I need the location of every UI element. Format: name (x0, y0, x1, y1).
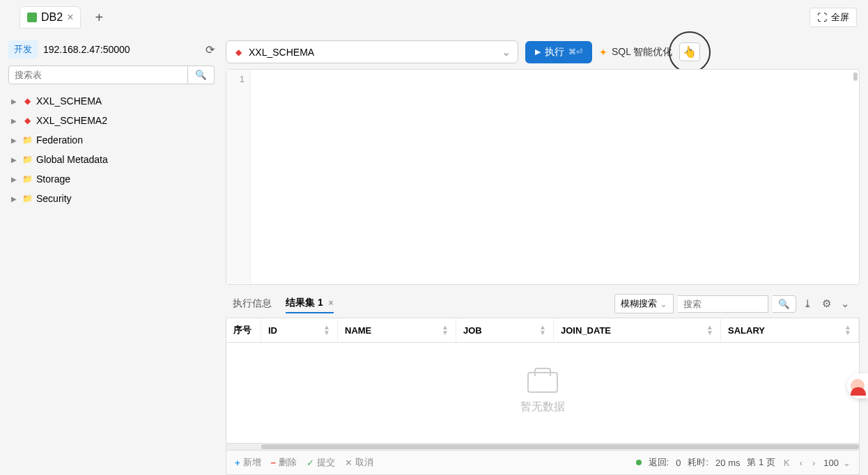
column-id[interactable]: ID▲▼ (261, 318, 338, 342)
delete-row-button[interactable]: −删除 (271, 456, 297, 469)
add-row-button[interactable]: +新增 (235, 456, 261, 469)
tree-item-global-metadata[interactable]: ▶ 📁 Global Metadata (8, 150, 215, 169)
tree-label: Global Metadata (36, 154, 108, 165)
time-label: 耗时: (688, 456, 708, 469)
prev-page-button[interactable]: ‹ (798, 458, 804, 468)
folder-icon: 📁 (22, 194, 32, 203)
page-label: 第 1 页 (747, 456, 775, 469)
commit-button[interactable]: ✓提交 (307, 456, 335, 469)
search-type-label: 模糊搜索 (621, 297, 657, 310)
jump-page-button[interactable]: K (782, 458, 791, 468)
sort-icon[interactable]: ▲▼ (539, 325, 546, 336)
gear-icon: ⚙ (685, 47, 694, 57)
sort-icon[interactable]: ▲▼ (844, 325, 851, 336)
schema-icon: ◆ (233, 47, 243, 57)
tree-item-storage[interactable]: ▶ 📁 Storage (8, 169, 215, 189)
empty-state: 暂无数据 (226, 343, 860, 444)
column-job[interactable]: JOB▲▼ (456, 318, 554, 342)
settings-button[interactable]: ⚙ 👆 (679, 42, 700, 61)
result-footer: +新增 −删除 ✓提交 ✕取消 返回: 0 耗时: 20 ms 第 1 页 K … (226, 451, 860, 475)
folder-icon: 📁 (22, 155, 32, 164)
horizontal-scrollbar[interactable] (226, 444, 860, 451)
search-table-input[interactable] (8, 65, 188, 84)
result-search-input[interactable] (678, 295, 768, 313)
page-size-select[interactable]: 100 ⌄ (823, 458, 851, 468)
result-settings-button[interactable]: ⚙ (819, 295, 834, 313)
play-icon: ▶ (535, 47, 541, 56)
caret-icon: ▶ (11, 117, 18, 125)
tab-result-set[interactable]: 结果集 1 × (286, 294, 334, 313)
caret-icon: ▶ (11, 137, 18, 144)
fullscreen-label: 全屏 (831, 11, 849, 24)
folder-icon: 📁 (22, 174, 32, 184)
column-salary[interactable]: SALARY▲▼ (721, 318, 859, 342)
return-count: 0 (676, 458, 681, 468)
tab-label: 结果集 1 (286, 297, 323, 308)
return-label: 返回: (649, 456, 669, 469)
execute-button[interactable]: ▶ 执行 ⌘⏎ (525, 41, 592, 63)
sidebar: 开发 192.168.2.47:50000 ⟳ 🔍 ▶ ◆ XXL_SCHEMA… (0, 35, 223, 475)
column-seq[interactable]: 序号 (226, 318, 261, 342)
fullscreen-button[interactable]: ⛶ 全屏 (809, 8, 857, 27)
tab-db2[interactable]: DB2 × (20, 6, 81, 29)
export-button[interactable]: ⤓ (800, 295, 815, 313)
folder-icon: 📁 (22, 135, 32, 145)
tree-item-xxl-schema2[interactable]: ▶ ◆ XXL_SCHEMA2 (8, 111, 215, 130)
column-name[interactable]: NAME▲▼ (338, 318, 456, 342)
column-join-date[interactable]: JOIN_DATE▲▼ (554, 318, 721, 342)
result-search-button[interactable]: 🔍 (773, 295, 796, 313)
sort-icon[interactable]: ▲▼ (323, 325, 330, 336)
search-type-select[interactable]: 模糊搜索 ⌄ (614, 294, 674, 313)
connection-address: 192.168.2.47:50000 (43, 44, 200, 55)
chevron-down-icon: ⌄ (502, 45, 511, 59)
tree-item-xxl-schema[interactable]: ▶ ◆ XXL_SCHEMA (8, 91, 215, 111)
editor-gutter: 1 (226, 70, 251, 284)
search-button[interactable]: 🔍 (188, 65, 215, 84)
assistant-icon (851, 379, 865, 393)
tree-label: XXL_SCHEMA2 (36, 115, 107, 126)
database-icon (27, 13, 37, 22)
chevron-down-icon: ⌄ (843, 458, 851, 468)
ai-label: SQL 智能优化 (612, 46, 672, 59)
empty-icon (527, 372, 558, 393)
time-value: 20 ms (715, 458, 740, 468)
assistant-button[interactable] (847, 373, 868, 398)
selected-schema: XXL_SCHEMA (249, 47, 502, 58)
sql-ai-button[interactable]: ✦ SQL 智能优化 (599, 46, 672, 59)
tab-label: DB2 (41, 11, 63, 24)
sql-editor[interactable]: 1 (226, 69, 860, 285)
scrollbar-thumb[interactable] (261, 444, 859, 449)
add-tab-button[interactable]: + (95, 10, 103, 26)
code-area[interactable] (251, 70, 859, 284)
tree-item-security[interactable]: ▶ 📁 Security (8, 189, 215, 208)
tree-label: Federation (36, 134, 83, 146)
fullscreen-icon: ⛶ (817, 12, 827, 23)
sort-icon[interactable]: ▲▼ (706, 325, 713, 336)
sort-icon[interactable]: ▲▼ (442, 325, 449, 336)
close-icon[interactable]: × (67, 11, 73, 24)
tab-exec-info[interactable]: 执行信息 (233, 295, 272, 313)
caret-icon: ▶ (11, 176, 18, 183)
caret-icon: ▶ (11, 195, 18, 203)
empty-label: 暂无数据 (520, 400, 565, 414)
tree-item-federation[interactable]: ▶ 📁 Federation (8, 130, 215, 150)
env-badge: 开发 (8, 40, 38, 59)
schema-tree: ▶ ◆ XXL_SCHEMA ▶ ◆ XXL_SCHEMA2 ▶ 📁 Feder… (8, 91, 215, 208)
schema-select[interactable]: ◆ XXL_SCHEMA ⌄ (226, 40, 518, 63)
collapse-button[interactable]: ⌄ (838, 295, 853, 313)
close-icon[interactable]: × (329, 298, 334, 308)
tree-label: XXL_SCHEMA (36, 95, 102, 107)
chevron-down-icon: ⌄ (660, 299, 667, 309)
sparkle-icon: ✦ (599, 47, 607, 58)
tree-label: Security (36, 193, 72, 204)
caret-icon: ▶ (11, 98, 18, 105)
caret-icon: ▶ (11, 156, 18, 164)
schema-icon: ◆ (22, 96, 32, 106)
scrollbar-thumb[interactable] (853, 72, 858, 81)
line-number: 1 (226, 74, 245, 84)
next-page-button[interactable]: › (811, 458, 816, 468)
cancel-button[interactable]: ✕取消 (345, 456, 373, 469)
status-dot (636, 460, 642, 465)
refresh-icon[interactable]: ⟳ (206, 43, 215, 56)
execute-label: 执行 (545, 46, 564, 59)
